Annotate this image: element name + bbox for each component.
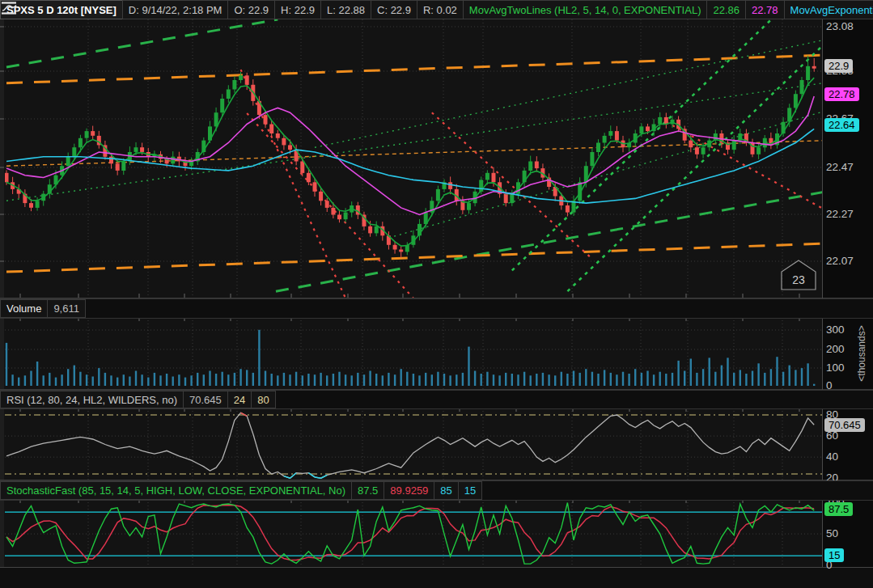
volume-axis-label: 300 bbox=[826, 324, 845, 336]
rsi-overbought-param: 80 bbox=[251, 391, 275, 408]
svg-text:23: 23 bbox=[792, 273, 805, 286]
datetime-cell: D: 9/14/22, 2:18 PM bbox=[122, 0, 229, 19]
axis-price-bubble: 87.5 bbox=[824, 502, 853, 516]
axis-price-bubble: 22.64 bbox=[824, 118, 859, 132]
study-value-magenta: 22.78 bbox=[745, 0, 785, 19]
axis-price-bubble: 22.9 bbox=[824, 59, 853, 73]
rsi-oversold-param: 24 bbox=[227, 391, 252, 408]
stochastic-overbought-param: 85 bbox=[434, 481, 458, 500]
rsi-pane-header: RSI (12, 80, 24, HL2, WILDERS, no) 70.64… bbox=[0, 390, 873, 409]
range-cell: R: 0.02 bbox=[417, 0, 464, 19]
low-cell: L: 22.88 bbox=[320, 0, 371, 19]
volume-axis-label: 200 bbox=[826, 343, 845, 355]
stochastic-pane-header: StochasticFast (85, 15, 14, 5, HIGH, LOW… bbox=[0, 480, 873, 501]
close-cell: C: 22.9 bbox=[371, 0, 417, 19]
volume-pane-header: Volume 9,611 bbox=[0, 298, 873, 319]
rsi-value: 70.645 bbox=[183, 391, 228, 408]
high-cell: H: 22.9 bbox=[274, 0, 321, 19]
study-movavgexp-cell[interactable]: MovAvgExponential ... bbox=[784, 0, 873, 19]
open-cell: O: 22.9 bbox=[227, 0, 275, 19]
symbol-cell[interactable]: SPXS 5 D 120t [NYSE] bbox=[0, 0, 123, 19]
stochastic-label[interactable]: StochasticFast (85, 15, 14, 5, HIGH, LOW… bbox=[0, 481, 352, 500]
study-value-green: 22.86 bbox=[706, 0, 746, 19]
price-axis-label: 22.07 bbox=[826, 255, 854, 267]
rsi-axis-label: 40 bbox=[826, 451, 838, 463]
price-axis-label: 23.08 bbox=[826, 20, 854, 32]
volume-label[interactable]: Volume bbox=[0, 299, 48, 318]
axis-price-bubble: 15 bbox=[824, 548, 844, 562]
stochastic-oversold-param: 15 bbox=[458, 481, 482, 500]
volume-value: 9,611 bbox=[47, 299, 86, 318]
stochastic-k-value: 87.5 bbox=[351, 481, 384, 500]
price-axis-label: 22.47 bbox=[826, 161, 854, 173]
axis-price-bubble: 70.645 bbox=[824, 418, 865, 432]
stochastic-axis-label: 50 bbox=[826, 527, 838, 539]
price-axis-label: 22.27 bbox=[826, 208, 854, 220]
volume-axis-label: 100 bbox=[826, 362, 845, 374]
time-axis[interactable]: 8:308:459:009:209:309:4510:0010:3011:011… bbox=[0, 567, 873, 588]
chart-header: SPXS 5 D 120t [NYSE] D: 9/14/22, 2:18 PM… bbox=[0, 0, 873, 19]
volume-axis-unit: <thousands> bbox=[852, 317, 871, 389]
trading-chart-window: 23 SPXS 5 D 120t [NYSE] D: 9/14/22, 2:18… bbox=[0, 0, 873, 588]
axis-price-bubble: 22.78 bbox=[824, 87, 859, 101]
rsi-label[interactable]: RSI (12, 80, 24, HL2, WILDERS, no) bbox=[0, 391, 184, 408]
study-movavgtwolines-cell[interactable]: MovAvgTwoLines (HL2, 5, 14, 0, EXPONENTI… bbox=[463, 0, 708, 19]
stochastic-d-value: 89.9259 bbox=[384, 481, 434, 500]
